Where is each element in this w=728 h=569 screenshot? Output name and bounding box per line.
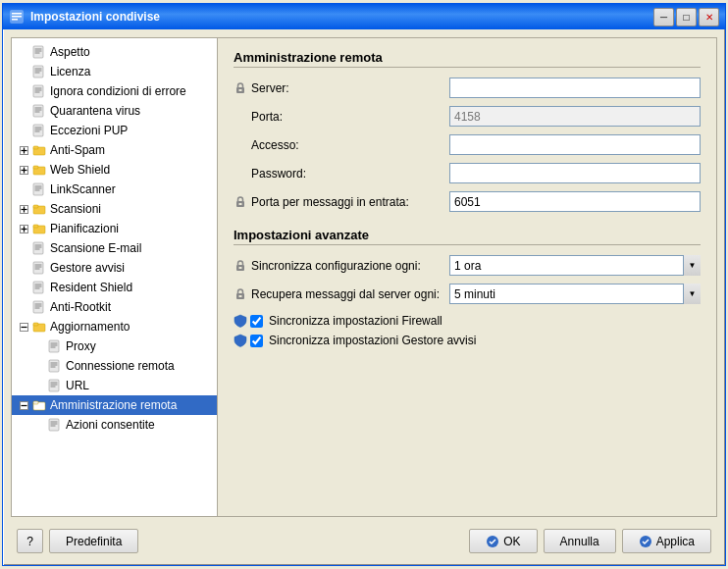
accesso-row: Accesso: bbox=[234, 134, 701, 155]
svg-rect-67 bbox=[33, 323, 38, 326]
lock-icon-recupera bbox=[234, 287, 247, 301]
item-icon-scansione-email bbox=[31, 240, 47, 256]
expander-aggiornamento[interactable] bbox=[16, 319, 31, 335]
svg-rect-63 bbox=[35, 308, 40, 309]
sidebar-item-azioni-consentite[interactable]: Azioni consentite bbox=[12, 415, 217, 435]
svg-rect-6 bbox=[35, 51, 42, 52]
svg-rect-7 bbox=[35, 53, 40, 54]
lock-icon-portamsg bbox=[234, 195, 247, 209]
cancel-button[interactable]: Annulla bbox=[544, 529, 616, 553]
help-button[interactable]: ? bbox=[17, 529, 43, 553]
apply-button[interactable]: Applica bbox=[622, 529, 711, 553]
ok-button[interactable]: OK bbox=[469, 529, 537, 553]
sidebar-item-aggiornamento[interactable]: Aggiornamento bbox=[12, 317, 217, 336]
sidebar-item-pianificazioni[interactable]: Pianificazioni bbox=[12, 219, 217, 238]
item-icon-ignora-condizioni bbox=[31, 83, 47, 99]
svg-rect-56 bbox=[33, 282, 43, 293]
sidebar-item-aspetto[interactable]: Aspetto bbox=[12, 42, 217, 62]
sync-config-select-wrapper: 1 ora 2 ore 6 ore 12 ore 24 ore ▼ bbox=[449, 255, 701, 276]
default-button[interactable]: Predefinita bbox=[49, 529, 138, 553]
svg-rect-72 bbox=[49, 360, 59, 372]
sidebar-item-gestore-avvisi[interactable]: Gestore avvisi bbox=[12, 258, 217, 278]
svg-rect-91 bbox=[239, 203, 242, 205]
footer: ? Predefinita OK Annulla Applica bbox=[11, 525, 717, 557]
minimize-button[interactable]: ─ bbox=[653, 8, 674, 26]
sidebar-item-label-web-shield: Web Shield bbox=[50, 163, 213, 177]
close-button[interactable]: ✕ bbox=[699, 8, 719, 26]
sidebar-item-ignora-condizioni[interactable]: Ignora condizioni di errore bbox=[12, 81, 217, 101]
sidebar-item-label-aggiornamento: Aggiornamento bbox=[50, 320, 213, 334]
porta-row: Porta: bbox=[234, 106, 701, 127]
check1-checkbox[interactable] bbox=[250, 315, 263, 328]
expander-web-shield[interactable] bbox=[16, 162, 31, 178]
svg-rect-60 bbox=[33, 301, 43, 313]
main-area: AspettoLicenzaIgnora condizioni di error… bbox=[11, 37, 717, 517]
server-label: Server: bbox=[234, 81, 449, 95]
sidebar-item-quarantena-virus[interactable]: Quarantena virus bbox=[12, 101, 217, 121]
expander-connessione-remota bbox=[31, 358, 47, 374]
sidebar-item-connessione-remota[interactable]: Connessione remota bbox=[12, 356, 217, 376]
sidebar-item-web-shield[interactable]: Web Shield bbox=[12, 160, 217, 180]
sidebar-item-label-url: URL bbox=[66, 379, 213, 392]
expander-pianificazioni[interactable] bbox=[16, 221, 31, 236]
sidebar-item-anti-rootkit[interactable]: Anti-Rootkit bbox=[12, 297, 217, 317]
sidebar-item-scansioni[interactable]: Scansioni bbox=[12, 199, 217, 219]
sidebar-item-label-eccezioni-pup: Eccezioni PUP bbox=[50, 124, 213, 137]
sidebar-item-scansione-email[interactable]: Scansione E-mail bbox=[12, 238, 217, 258]
sidebar-item-proxy[interactable]: Proxy bbox=[12, 336, 217, 356]
sidebar-item-eccezioni-pup[interactable]: Eccezioni PUP bbox=[12, 121, 217, 140]
recupera-label: Recupera messaggi dal server ogni: bbox=[234, 287, 449, 301]
svg-rect-20 bbox=[33, 125, 43, 136]
shield-icon-1 bbox=[234, 314, 247, 328]
item-icon-linkscanner bbox=[31, 181, 47, 197]
check2-checkbox[interactable] bbox=[250, 335, 263, 347]
item-icon-scansioni bbox=[31, 201, 47, 217]
item-icon-quarantena-virus bbox=[31, 103, 47, 119]
item-icon-connessione-remota bbox=[47, 358, 63, 374]
item-icon-licenza bbox=[31, 64, 47, 79]
svg-rect-53 bbox=[35, 265, 42, 266]
item-icon-anti-rootkit bbox=[31, 299, 47, 315]
expander-url bbox=[31, 378, 47, 393]
porta-input[interactable] bbox=[449, 106, 701, 127]
svg-rect-35 bbox=[35, 186, 42, 187]
svg-rect-58 bbox=[35, 286, 42, 287]
porta-msg-row: Porta per messaggi in entrata: bbox=[234, 191, 701, 212]
porta-msg-input[interactable] bbox=[449, 191, 701, 212]
sidebar-item-resident-shield[interactable]: Resident Shield bbox=[12, 278, 217, 297]
sidebar-item-amministrazione-remota[interactable]: Amministrazione remota bbox=[12, 395, 217, 415]
svg-rect-11 bbox=[35, 73, 40, 74]
maximize-button[interactable]: □ bbox=[676, 8, 697, 26]
sidebar-item-label-licenza: Licenza bbox=[50, 65, 213, 78]
svg-rect-78 bbox=[51, 385, 58, 386]
svg-rect-28 bbox=[33, 146, 38, 149]
svg-rect-13 bbox=[35, 88, 42, 89]
item-icon-gestore-avvisi bbox=[31, 260, 47, 276]
svg-rect-87 bbox=[51, 426, 56, 427]
svg-rect-71 bbox=[51, 347, 56, 348]
sidebar-item-linkscanner[interactable]: LinkScanner bbox=[12, 180, 217, 199]
sidebar-item-label-anti-rootkit: Anti-Rootkit bbox=[50, 300, 213, 314]
svg-rect-68 bbox=[49, 340, 59, 352]
expander-scansioni[interactable] bbox=[16, 201, 31, 217]
svg-rect-9 bbox=[35, 69, 42, 70]
check1-icon-group bbox=[234, 314, 263, 328]
svg-rect-70 bbox=[51, 345, 58, 346]
password-input[interactable] bbox=[449, 163, 701, 183]
svg-rect-33 bbox=[33, 166, 38, 169]
sidebar-item-label-linkscanner: LinkScanner bbox=[50, 182, 213, 196]
password-label: Password: bbox=[234, 167, 449, 181]
sidebar-item-label-amministrazione-remota: Amministrazione remota bbox=[50, 398, 213, 412]
accesso-input[interactable] bbox=[449, 134, 701, 155]
expander-anti-spam[interactable] bbox=[16, 142, 31, 158]
svg-rect-93 bbox=[239, 267, 242, 269]
sync-config-select[interactable]: 1 ora 2 ore 6 ore 12 ore 24 ore bbox=[449, 255, 701, 276]
server-input[interactable] bbox=[449, 78, 701, 98]
recupera-select[interactable]: 1 minuto 5 minuti 10 minuti 30 minuti bbox=[449, 284, 701, 304]
sidebar-item-url[interactable]: URL bbox=[12, 376, 217, 395]
svg-rect-1 bbox=[12, 13, 22, 15]
expander-amministrazione-remota[interactable] bbox=[16, 397, 31, 413]
sidebar-item-licenza[interactable]: Licenza bbox=[12, 62, 217, 81]
sidebar-item-anti-spam[interactable]: Anti-Spam bbox=[12, 140, 217, 160]
sidebar-item-label-quarantena-virus: Quarantena virus bbox=[50, 104, 213, 118]
